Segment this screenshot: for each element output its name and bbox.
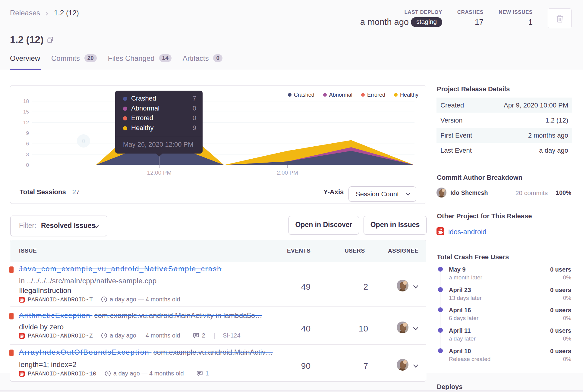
svg-text:12: 12 xyxy=(23,120,29,126)
svg-text:3: 3 xyxy=(26,152,29,157)
svg-text:0: 0 xyxy=(26,162,29,168)
svg-text:9: 9 xyxy=(26,130,29,136)
svg-text:6: 6 xyxy=(26,141,29,147)
svg-text:2:00 PM: 2:00 PM xyxy=(277,170,298,176)
svg-text:18: 18 xyxy=(23,98,29,104)
svg-text:12:00 PM: 12:00 PM xyxy=(147,170,172,176)
svg-text:15: 15 xyxy=(23,109,29,115)
svg-text:0: 0 xyxy=(82,138,85,144)
